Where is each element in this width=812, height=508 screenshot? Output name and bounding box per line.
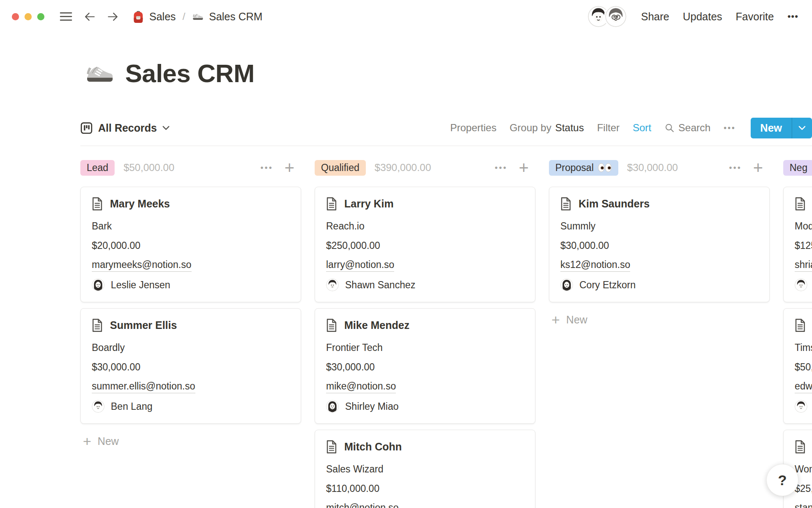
card-title-row: Larry Kim [326, 197, 524, 210]
updates-button[interactable]: Updates [683, 11, 722, 23]
document-icon [795, 440, 806, 453]
board-column: Lead $50,000.00 ••• + Mary Meeks Bark $2… [80, 159, 301, 448]
card-email-row: summer.ellis@notion.so [92, 380, 290, 393]
zoom-window-button[interactable] [37, 13, 44, 20]
page-sneaker-icon[interactable] [85, 61, 115, 86]
card-title: Mitch Cohn [344, 441, 402, 453]
status-badge-label: Proposal [555, 162, 594, 174]
card-company: Boardly [92, 341, 290, 354]
record-card[interactable]: Mitch Cohn Sales Wizard $110,000.00 mitc… [315, 430, 535, 508]
breadcrumb-item-sales-crm[interactable]: Sales CRM [192, 10, 262, 23]
card-email-link[interactable]: marymeeks@notion.so [92, 259, 192, 272]
favorite-button[interactable]: Favorite [736, 11, 774, 23]
topbar-actions: Share Updates Favorite ••• [587, 5, 798, 28]
status-badge[interactable]: Qualified [315, 160, 366, 176]
record-card[interactable]: Mike Mendez Frontier Tech $30,000.00 mik… [315, 308, 535, 424]
view-switcher[interactable]: All Records [80, 122, 170, 134]
view-label: All Records [98, 122, 157, 134]
share-button[interactable]: Share [641, 11, 669, 23]
status-badge-label: Lead [87, 162, 108, 174]
card-email-link[interactable]: mike@notion.so [326, 380, 396, 393]
column-menu-icon[interactable]: ••• [261, 163, 273, 173]
filter-button[interactable]: Filter [597, 122, 620, 134]
search-button[interactable]: Search [664, 122, 710, 134]
page-title[interactable]: Sales CRM [125, 59, 255, 88]
more-options-icon[interactable]: ••• [787, 11, 798, 22]
board-column: Proposal $30,000.00 ••• + Kim Saunders S… [549, 159, 770, 326]
toolbar-more-icon[interactable]: ••• [724, 123, 736, 133]
man-short-hair-avatar [795, 279, 807, 291]
owner-name: Cory Etzkorn [579, 279, 636, 291]
breadcrumb-item-sales[interactable]: Sales [132, 10, 176, 23]
plus-icon: + [551, 313, 560, 326]
card-title-row: Summer Ellis [92, 319, 290, 332]
forward-arrow-icon[interactable] [107, 11, 119, 22]
minimize-window-button[interactable] [25, 13, 32, 20]
card-email-link[interactable]: shria [795, 259, 812, 272]
group-by-value: Status [555, 122, 584, 134]
card-title-row: Mitch Cohn [326, 440, 524, 453]
new-record-button[interactable]: New [751, 118, 792, 138]
window-titlebar: Sales / Sales CRM Share Updates Favorite… [0, 0, 812, 33]
owner-name: Leslie Jensen [111, 279, 170, 291]
card-email-link[interactable]: edwi [795, 380, 812, 393]
kanban-board: Lead $50,000.00 ••• + Mary Meeks Bark $2… [80, 159, 812, 508]
card-owner: Leslie Jensen [92, 278, 290, 292]
card-email-row: larry@notion.so [326, 259, 524, 272]
record-card[interactable]: Summer Ellis Boardly $30,000.00 summer.e… [80, 308, 301, 424]
card-amount: $50, [795, 361, 812, 373]
column-menu-icon[interactable]: ••• [495, 163, 508, 173]
new-record-dropdown-button[interactable] [792, 118, 812, 138]
column-add-icon[interactable]: + [753, 161, 763, 174]
card-email-row: marymeeks@notion.so [92, 259, 290, 272]
woman-long-hair-avatar [326, 400, 339, 413]
card-email-link[interactable]: larry@notion.so [326, 259, 394, 272]
column-sum: $390,000.00 [375, 162, 431, 174]
back-arrow-icon[interactable] [84, 11, 96, 22]
group-by-button[interactable]: Group by Status [510, 122, 584, 134]
status-badge[interactable]: Proposal [549, 160, 618, 176]
breadcrumb: Sales / Sales CRM [132, 10, 263, 23]
column-new-button[interactable]: +New [80, 435, 301, 448]
record-card[interactable]: Mary Meeks Bark $20,000.00 marymeeks@not… [80, 187, 301, 302]
sort-button[interactable]: Sort [633, 122, 651, 134]
close-window-button[interactable] [12, 13, 19, 20]
card-email-row: ks12@notion.so [560, 259, 758, 272]
column-header: Neg [783, 159, 812, 177]
man-short-hair-avatar [92, 400, 104, 413]
card-email-link[interactable]: stan [795, 502, 812, 508]
chevron-down-icon [162, 126, 170, 130]
window-controls [12, 13, 44, 20]
column-cards: Kim Saunders Summly $30,000.00 ks12@noti… [549, 187, 770, 302]
member-avatar-2[interactable] [604, 5, 628, 28]
collection-toolbar: All Records Properties Group by Status F… [80, 116, 812, 140]
card-owner: H [795, 400, 812, 413]
card-email-link[interactable]: mitch@notion.so [326, 502, 399, 508]
document-icon [326, 319, 337, 332]
status-badge[interactable]: Lead [80, 160, 115, 176]
card-company: Reach.io [326, 220, 524, 232]
hamburger-menu-icon[interactable] [60, 11, 72, 22]
card-amount: $30,000.00 [326, 361, 524, 373]
card-title: Summer Ellis [110, 319, 177, 331]
record-card[interactable]: Larry Kim Reach.io $250,000.00 larry@not… [315, 187, 535, 302]
card-email-link[interactable]: ks12@notion.so [560, 259, 630, 272]
document-icon [795, 197, 806, 210]
backpack-icon [132, 10, 144, 23]
column-add-icon[interactable]: + [519, 161, 529, 174]
column-header: Proposal $30,000.00 ••• + [549, 159, 770, 177]
record-card[interactable]: S Mod $125 shria E [783, 187, 812, 302]
record-card[interactable]: Kim Saunders Summly $30,000.00 ks12@noti… [549, 187, 770, 302]
help-button[interactable]: ? [766, 464, 798, 496]
record-card[interactable]: E Tims $50, edwi H [783, 308, 812, 424]
card-owner: Cory Etzkorn [560, 278, 758, 292]
column-new-button[interactable]: +New [549, 313, 770, 326]
card-email-link[interactable]: summer.ellis@notion.so [92, 380, 195, 393]
card-title: Mary Meeks [110, 198, 170, 210]
column-menu-icon[interactable]: ••• [729, 163, 742, 173]
card-email-row: shria [795, 259, 812, 272]
column-add-icon[interactable]: + [285, 161, 294, 174]
sneaker-icon [192, 10, 204, 23]
properties-button[interactable]: Properties [450, 122, 497, 134]
status-badge[interactable]: Neg [783, 160, 812, 176]
